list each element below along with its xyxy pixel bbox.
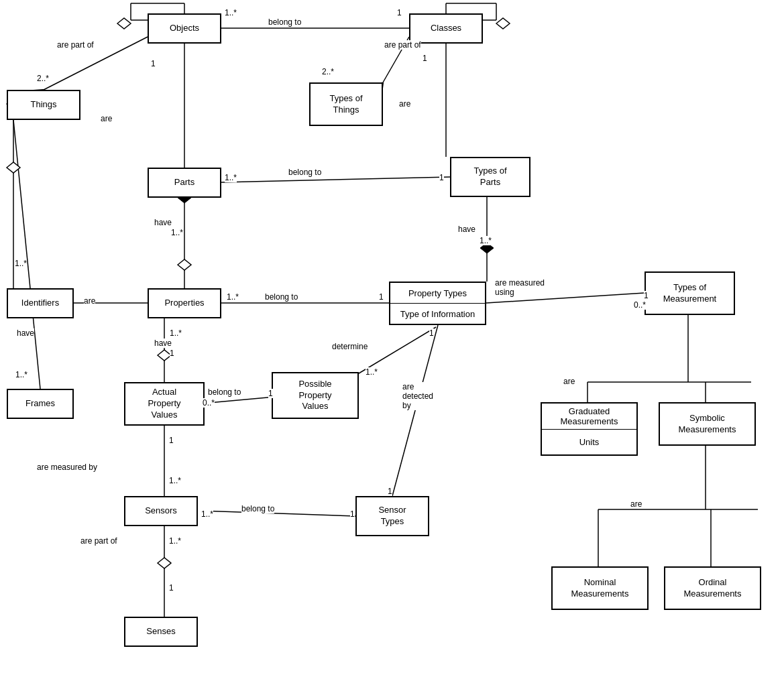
have-frames-label: have xyxy=(17,328,34,338)
1star-parts: 1..* xyxy=(225,173,237,182)
objects-label: Objects xyxy=(170,23,199,34)
sensors-box: Sensors xyxy=(124,496,198,526)
property-types-top: Property Types xyxy=(390,283,485,304)
objects-box: Objects xyxy=(148,13,221,44)
nominal-measurements-label: NominalMeasurements xyxy=(571,577,629,600)
svg-marker-39 xyxy=(117,18,131,29)
properties-label: Properties xyxy=(164,298,204,309)
are-measured-using-label: are measured using xyxy=(495,278,549,297)
possible-property-values-label: PossiblePropertyValues xyxy=(298,379,331,413)
things-box: Things xyxy=(7,90,80,120)
have-1-label: have xyxy=(154,218,172,227)
frames-box: Frames xyxy=(7,389,74,419)
1star-pp: 1..* xyxy=(480,236,492,245)
1-proptypes: 1 xyxy=(379,292,384,302)
sensors-label: Sensors xyxy=(145,505,177,517)
belong-to-apv-label: belong to xyxy=(208,387,241,397)
have-parts-label: have xyxy=(458,225,475,234)
1star-frames: 1..* xyxy=(15,370,27,379)
are-part-of-1-label: are part of xyxy=(57,40,94,50)
properties-box: Properties xyxy=(148,288,221,318)
ordinal-measurements-box: OrdinalMeasurements xyxy=(664,566,761,610)
0star-meas: 0..* xyxy=(634,300,646,310)
1-detected: 1 xyxy=(388,487,392,496)
senses-label: Senses xyxy=(146,626,175,637)
parts-label: Parts xyxy=(174,177,194,188)
identifiers-label: Identifiers xyxy=(21,298,59,309)
possible-property-values-box: PossiblePropertyValues xyxy=(272,372,359,419)
svg-marker-40 xyxy=(496,18,510,29)
1star-sensors: 1..* xyxy=(169,476,181,485)
are-label-identifiers: are xyxy=(84,296,95,306)
1star-senses: 1..* xyxy=(169,536,181,546)
identifiers-box: Identifiers xyxy=(7,288,74,318)
ordinal-measurements-label: OrdinalMeasurements xyxy=(684,577,742,600)
1-types-parts: 1 xyxy=(439,173,444,182)
symbolic-measurements-box: SymbolicMeasurements xyxy=(659,402,756,446)
are-part-of-3-label: are part of xyxy=(80,536,121,546)
types-of-parts-label: Types ofParts xyxy=(473,166,506,188)
types-of-measurement-label: Types ofMeasurement xyxy=(663,282,716,305)
1star-props: 1..* xyxy=(227,292,239,302)
symbolic-measurements-label: SymbolicMeasurements xyxy=(679,413,736,436)
diagram-container: Objects Classes Things Types ofThings Pa… xyxy=(0,0,784,677)
svg-marker-43 xyxy=(178,259,191,270)
are-detected-by-label: are detected by xyxy=(402,382,443,410)
actual-property-values-box: ActualPropertyValues xyxy=(124,382,205,426)
1star-sens: 1..* xyxy=(201,509,213,519)
0star-apv: 0..* xyxy=(203,398,215,408)
svg-marker-44 xyxy=(158,350,171,361)
1star-identifiers: 1..* xyxy=(15,259,27,268)
1-meas: 1 xyxy=(644,291,649,300)
2star-things: 2..* xyxy=(37,74,49,83)
svg-marker-47 xyxy=(158,558,171,568)
are-1-label: are xyxy=(101,114,112,123)
belong-to-1-label: belong to xyxy=(268,17,301,27)
classes-label: Classes xyxy=(431,23,461,34)
belong-to-2-label: belong to xyxy=(288,168,321,177)
svg-line-21 xyxy=(201,511,355,516)
classes-box: Classes xyxy=(409,13,483,44)
svg-line-15 xyxy=(13,120,40,389)
things-label: Things xyxy=(30,99,56,111)
sensor-types-label: SensorTypes xyxy=(378,505,406,528)
1star-det: 1..* xyxy=(366,367,378,377)
belong-to-sensors-label: belong to xyxy=(241,504,274,513)
1-classes: 1 xyxy=(423,54,427,63)
have-2-label: have xyxy=(154,338,172,348)
types-of-things-box: Types ofThings xyxy=(309,82,383,126)
sensor-types-box: SensorTypes xyxy=(355,496,429,536)
are-2-label: are xyxy=(399,99,410,109)
1-right: 1 xyxy=(397,8,402,17)
1-sensors: 1 xyxy=(169,436,174,445)
senses-box: Senses xyxy=(124,617,198,647)
are-measured-by-label: are measured by xyxy=(37,463,97,472)
property-types-box: Property Types Type of Information xyxy=(389,282,486,325)
1-senstype: 1 xyxy=(350,509,355,519)
property-types-bottom: Type of Information xyxy=(390,304,485,324)
parts-box: Parts xyxy=(148,168,221,198)
graduated-measurements-box: GraduatedMeasurements Units xyxy=(541,402,638,456)
types-of-measurement-box: Types ofMeasurement xyxy=(645,271,735,315)
svg-line-19 xyxy=(392,325,438,496)
svg-line-8 xyxy=(221,177,450,182)
svg-marker-45 xyxy=(7,162,20,173)
1star-parts2: 1..* xyxy=(171,228,183,237)
determine-label: determine xyxy=(332,342,368,351)
types-of-parts-box: Types ofParts xyxy=(450,157,530,197)
frames-label: Frames xyxy=(25,398,55,410)
graduated-measurements-bottom: Units xyxy=(542,430,636,454)
1-apv: 1 xyxy=(268,389,273,398)
2star-classes: 2..* xyxy=(322,67,334,76)
1-objects: 1 xyxy=(151,59,156,68)
nominal-measurements-box: NominalMeasurements xyxy=(551,566,649,610)
actual-property-values-label: ActualPropertyValues xyxy=(148,387,180,421)
belong-to-3-label: belong to xyxy=(265,292,298,302)
1-senses-bot: 1 xyxy=(169,583,174,593)
1-have2: 1 xyxy=(170,349,174,358)
are-part-of-2-label: are part of xyxy=(384,40,421,50)
1star-have2: 1..* xyxy=(170,328,182,338)
are-3-label: are xyxy=(563,377,575,386)
1-det: 1 xyxy=(429,328,434,338)
graduated-measurements-top: GraduatedMeasurements xyxy=(542,404,636,430)
